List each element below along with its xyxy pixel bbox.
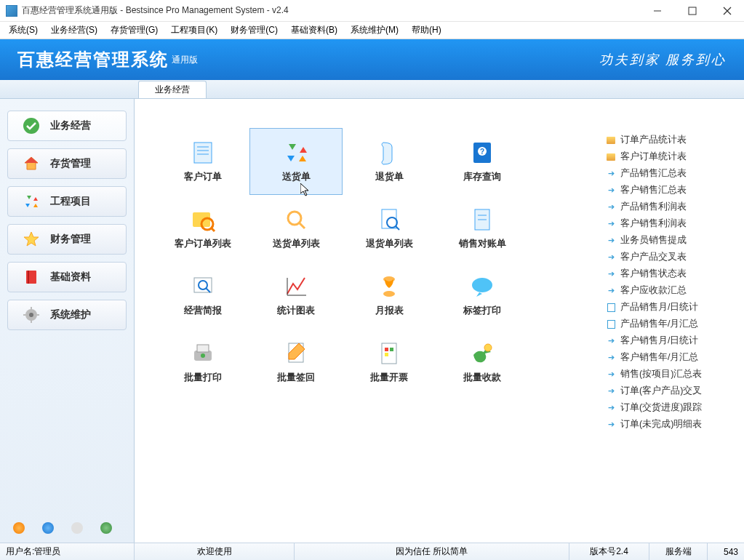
link-item-7[interactable]: ➔客户产品交叉表 bbox=[606, 249, 738, 265]
house-icon bbox=[23, 155, 40, 172]
grid-item-12[interactable]: 批量打印 bbox=[156, 329, 249, 396]
link-item-2[interactable]: ➔产品销售汇总表 bbox=[606, 165, 738, 182]
link-item-10[interactable]: 产品销售月/日统计 bbox=[606, 299, 738, 316]
link-item-label: 产品销售汇总表 bbox=[620, 167, 687, 180]
grid-item-9[interactable]: 统计图表 bbox=[249, 262, 343, 329]
status-count: 543 bbox=[708, 543, 744, 560]
menu-maintain[interactable]: 系统维护(M) bbox=[345, 23, 404, 38]
link-item-11[interactable]: 产品销售年/月汇总 bbox=[606, 316, 738, 332]
sidebar-item-label: 工程项目 bbox=[50, 195, 91, 208]
link-item-9[interactable]: ➔客户应收款汇总 bbox=[606, 282, 738, 299]
app-icon bbox=[6, 5, 17, 17]
delivery-list-icon bbox=[283, 207, 309, 233]
sidebar-item-maintain[interactable]: 系统维护 bbox=[7, 300, 127, 330]
grid-item-15[interactable]: 批量收款 bbox=[436, 329, 529, 396]
grid-item-label: 送货单 bbox=[282, 170, 311, 183]
grid-item-label: 批量收款 bbox=[463, 371, 501, 384]
link-item-label: 客户应收款汇总 bbox=[620, 284, 687, 297]
link-item-12[interactable]: ➔客户销售月/日统计 bbox=[606, 332, 738, 349]
sidebar-item-business[interactable]: 业务经营 bbox=[7, 111, 127, 141]
help-icon[interactable] bbox=[13, 522, 25, 534]
grid-item-13[interactable]: 批量签回 bbox=[249, 329, 343, 396]
sidebar-item-label: 财务管理 bbox=[50, 233, 91, 246]
sidebar-item-label: 系统维护 bbox=[50, 308, 91, 321]
grid-item-1[interactable]: 送货单 bbox=[249, 128, 343, 195]
svg-marker-7 bbox=[24, 232, 39, 246]
menu-project[interactable]: 工程项目(K) bbox=[165, 23, 223, 38]
grid-item-6[interactable]: 退货单列表 bbox=[343, 195, 436, 262]
star-icon bbox=[23, 231, 40, 248]
link-item-8[interactable]: ➔客户销售状态表 bbox=[606, 265, 738, 282]
recycle-icon bbox=[23, 193, 40, 210]
grid-item-0[interactable]: 客户订单 bbox=[156, 128, 249, 195]
grid-item-5[interactable]: 送货单列表 bbox=[249, 195, 343, 262]
menu-business[interactable]: 业务经营(S) bbox=[45, 23, 103, 38]
grid-item-7[interactable]: 销售对账单 bbox=[436, 195, 529, 262]
link-item-1[interactable]: 客户订单统计表 bbox=[606, 148, 738, 165]
grid-item-10[interactable]: 月报表 bbox=[343, 262, 436, 329]
link-item-label: 产品销售利润表 bbox=[620, 201, 687, 213]
svg-rect-15 bbox=[36, 314, 39, 316]
link-item-15[interactable]: ➔订单(客户产品)交叉 bbox=[606, 383, 738, 399]
status-motto: 因为信任 所以简单 bbox=[295, 543, 569, 560]
gear-icon bbox=[23, 306, 40, 324]
svg-rect-14 bbox=[23, 314, 26, 316]
link-item-label: 订单产品统计表 bbox=[620, 134, 687, 146]
tab-business[interactable]: 业务经营 bbox=[138, 81, 207, 98]
arrow-icon: ➔ bbox=[606, 420, 616, 430]
svg-line-25 bbox=[211, 228, 215, 231]
minimize-button[interactable] bbox=[647, 4, 668, 18]
svg-rect-13 bbox=[31, 320, 32, 323]
sidebar-item-basedata[interactable]: 基础资料 bbox=[7, 262, 127, 292]
order-icon bbox=[190, 140, 216, 166]
link-item-label: 订单(交货进度)跟踪 bbox=[620, 401, 702, 414]
link-item-16[interactable]: ➔订单(交货进度)跟踪 bbox=[606, 399, 738, 416]
arrow-icon: ➔ bbox=[606, 353, 616, 363]
menu-help[interactable]: 帮助(H) bbox=[406, 23, 447, 38]
svg-rect-46 bbox=[382, 343, 396, 364]
link-item-5[interactable]: ➔客户销售利润表 bbox=[606, 215, 738, 232]
sidebar-item-label: 基础资料 bbox=[50, 271, 91, 284]
blank-icon[interactable] bbox=[71, 522, 83, 534]
grid-item-4[interactable]: 客户订单列表 bbox=[156, 195, 249, 262]
link-item-label: 订单(未完成)明细表 bbox=[620, 418, 702, 431]
grid-item-11[interactable]: 标签打印 bbox=[436, 262, 529, 329]
grid-item-label: 统计图表 bbox=[277, 304, 315, 317]
menu-inventory[interactable]: 存货管理(G) bbox=[105, 23, 164, 38]
window-title: 百惠经营管理系统通用版 - Bestsince Pro Management S… bbox=[22, 4, 647, 17]
svg-rect-47 bbox=[385, 348, 388, 351]
close-button[interactable] bbox=[716, 4, 738, 18]
grid-item-3[interactable]: ?库存查询 bbox=[436, 128, 529, 195]
link-item-14[interactable]: ➔销售(按项目)汇总表 bbox=[606, 366, 738, 383]
svg-rect-12 bbox=[31, 307, 32, 310]
grid-item-label: 客户订单 bbox=[184, 170, 222, 183]
link-item-17[interactable]: ➔订单(未完成)明细表 bbox=[606, 416, 738, 433]
sidebar-item-finance[interactable]: 财务管理 bbox=[7, 224, 127, 255]
grid-item-label: 客户订单列表 bbox=[175, 237, 231, 250]
link-item-0[interactable]: 订单产品统计表 bbox=[606, 132, 738, 148]
menu-basedata[interactable]: 基础资料(B) bbox=[285, 23, 343, 38]
banner-title: 百惠经营管理系统 bbox=[17, 48, 169, 71]
sidebar-item-project[interactable]: 工程项目 bbox=[7, 186, 127, 217]
link-item-6[interactable]: ➔业务员销售提成 bbox=[606, 232, 738, 249]
grid-item-14[interactable]: 批量开票 bbox=[343, 329, 436, 396]
batch-print-icon bbox=[190, 340, 216, 367]
svg-point-11 bbox=[29, 313, 33, 317]
grid-item-8[interactable]: 经营简报 bbox=[156, 262, 249, 329]
grid-item-2[interactable]: 退货单 bbox=[343, 128, 436, 195]
svg-point-4 bbox=[23, 118, 39, 134]
info-icon[interactable] bbox=[42, 522, 54, 534]
exit-icon[interactable] bbox=[100, 522, 112, 534]
link-item-label: 业务员销售提成 bbox=[620, 234, 687, 247]
menu-finance[interactable]: 财务管理(C) bbox=[225, 23, 284, 38]
arrow-icon: ➔ bbox=[606, 386, 616, 396]
sidebar-item-label: 存货管理 bbox=[50, 157, 91, 170]
book-icon bbox=[23, 268, 40, 286]
menu-system[interactable]: 系统(S) bbox=[3, 23, 44, 38]
chart-icon bbox=[283, 273, 309, 300]
link-item-3[interactable]: ➔客户销售汇总表 bbox=[606, 182, 738, 199]
link-item-13[interactable]: ➔客户销售年/月汇总 bbox=[606, 349, 738, 366]
link-item-4[interactable]: ➔产品销售利润表 bbox=[606, 199, 738, 215]
maximize-button[interactable] bbox=[681, 4, 703, 18]
sidebar-item-inventory[interactable]: 存货管理 bbox=[7, 148, 127, 179]
